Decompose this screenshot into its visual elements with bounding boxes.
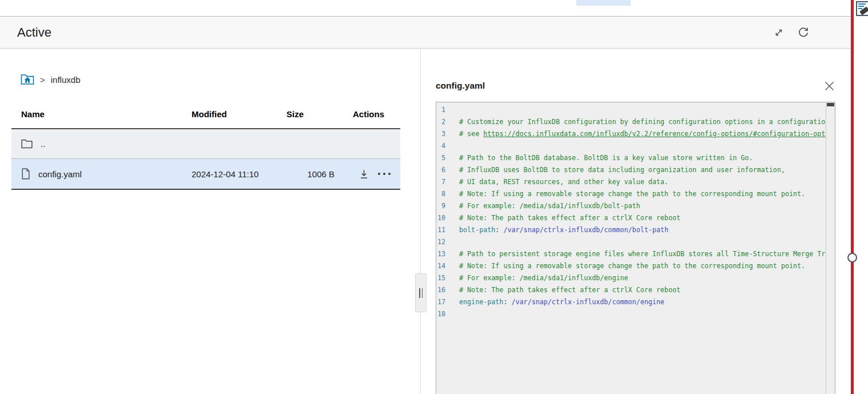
more-actions-button[interactable] (376, 171, 392, 177)
line-number: 1 (436, 104, 445, 116)
file-icon (21, 168, 30, 180)
code-line-10: 10# Note: The path takes effect after a … (436, 212, 826, 224)
code-line-6: 6# InfluxDB uses BoltDB to store data in… (436, 164, 826, 176)
refresh-icon[interactable] (795, 25, 811, 41)
code-segment-value: /var/snap/ctrlx-influxdb/common/bolt-pat… (503, 226, 668, 234)
code-line-4: 4 (436, 140, 826, 152)
line-content: # UI data, REST resources, and other key… (445, 176, 668, 188)
config-docs-link[interactable]: https://docs.influxdata.com/influxdb/v2.… (483, 130, 825, 138)
line-content: # For example: /media/sda1/influxdb/bolt… (445, 200, 640, 212)
code-line-18: 18 (436, 308, 826, 320)
line-number: 14 (436, 260, 445, 272)
line-number: 4 (436, 140, 445, 152)
code-line-14: 14# Note: If using a removable storage c… (436, 260, 826, 272)
code-segment-key: engine-path (459, 298, 503, 306)
code-segment-punct: : (503, 298, 511, 306)
column-header-modified: Modified (192, 109, 286, 119)
expand-icon[interactable] (771, 25, 786, 41)
code-segment-comment: # Note: If using a removable storage cha… (459, 190, 805, 198)
clipped-top-button[interactable] (576, 0, 631, 6)
line-content: # Note: If using a removable storage cha… (445, 188, 805, 200)
code-segment-value: /var/snap/ctrlx-influxdb/common/engine (511, 298, 664, 306)
panel-splitter[interactable] (415, 273, 427, 312)
code-content: 12# Customize your InfluxDB configuratio… (436, 104, 826, 394)
column-header-name: Name (11, 109, 192, 119)
code-line-9: 9# For example: /media/sda1/influxdb/bol… (436, 200, 826, 212)
code-line-3: 3# see https://docs.influxdata.com/influ… (436, 128, 826, 140)
close-icon[interactable] (823, 80, 835, 92)
line-number: 15 (436, 272, 445, 284)
line-number: 12 (436, 236, 445, 248)
line-number: 5 (436, 152, 445, 164)
screenshot-tool-icon[interactable] (856, 1, 868, 16)
breadcrumb: > influxdb (21, 72, 420, 87)
code-segment-comment: # see (459, 130, 483, 138)
column-header-actions: Actions (335, 109, 400, 119)
editor-scrollbar[interactable] (826, 102, 835, 394)
code-line-15: 15# For example: /media/sda1/influxdb/en… (436, 272, 826, 284)
download-button[interactable] (357, 168, 371, 181)
code-segment-comment: # Path to persistent storage engine file… (459, 250, 825, 258)
screen-ruler-handle[interactable] (847, 253, 857, 262)
code-segment-comment: # Note: The path takes effect after a ct… (459, 214, 680, 222)
line-content: # Note: If using a removable storage cha… (445, 260, 805, 272)
line-content (445, 308, 459, 320)
line-content: # Note: The path takes effect after a ct… (445, 284, 680, 296)
code-line-1: 1 (436, 104, 826, 116)
code-segment-comment: # InfluxDB uses BoltDB to store data inc… (459, 166, 785, 174)
line-number: 16 (436, 284, 445, 296)
breadcrumb-item-influxdb[interactable]: influxdb (51, 75, 81, 85)
line-number: 17 (436, 296, 445, 308)
file-manager-screen: Active (0, 0, 868, 394)
code-segment-comment: # For example: /media/sda1/influxdb/bolt… (459, 202, 640, 210)
line-number: 2 (436, 116, 445, 128)
code-line-11: 11bolt-path: /var/snap/ctrlx-influxdb/co… (436, 224, 826, 236)
code-segment-key: bolt-path (459, 226, 495, 234)
line-content: # see https://docs.influxdata.com/influx… (445, 128, 825, 140)
line-number: 13 (436, 248, 445, 260)
file-name-cell: .. (11, 139, 192, 149)
line-number: 8 (436, 188, 445, 200)
line-number: 9 (436, 200, 445, 212)
file-name: config.yaml (38, 169, 82, 179)
line-content: # Note: The path takes effect after a ct… (445, 212, 680, 224)
line-content: # Path to the BoltDB database. BoltDB is… (445, 152, 753, 164)
code-line-16: 16# Note: The path takes effect after a … (436, 284, 826, 296)
content-area: > influxdb NameModifiedSizeActions ..con… (0, 49, 868, 394)
line-number: 6 (436, 164, 445, 176)
code-segment-comment: # UI data, REST resources, and other key… (459, 178, 668, 186)
file-name-cell: config.yaml (11, 168, 192, 180)
line-number: 7 (436, 176, 445, 188)
file-row--[interactable]: .. (11, 129, 400, 159)
breadcrumb-separator: > (40, 75, 45, 85)
file-actions (335, 168, 400, 181)
line-number: 3 (436, 128, 445, 140)
line-content: engine-path: /var/snap/ctrlx-influxdb/co… (445, 296, 664, 308)
line-number: 11 (436, 224, 445, 236)
home-folder-icon[interactable] (21, 74, 34, 85)
line-content: bolt-path: /var/snap/ctrlx-influxdb/comm… (445, 224, 668, 236)
page-title: Active (17, 25, 51, 40)
code-segment-punct: : (495, 226, 503, 234)
code-line-5: 5# Path to the BoltDB database. BoltDB i… (436, 152, 826, 164)
titlebar-icons (771, 25, 811, 41)
screen-ruler-line[interactable] (851, 0, 854, 394)
code-segment-comment: # Customize your InfluxDB configuration … (459, 118, 825, 126)
line-content (445, 140, 459, 152)
file-row-config-yaml[interactable]: config.yaml2024-12-04 11:101006 B (11, 159, 400, 190)
code-editor[interactable]: 12# Customize your InfluxDB configuratio… (436, 102, 835, 394)
file-modified: 2024-12-04 11:10 (192, 169, 286, 179)
line-content (445, 104, 459, 116)
file-table-header: NameModifiedSizeActions (11, 100, 400, 129)
line-content: # Path to persistent storage engine file… (445, 248, 825, 260)
line-content: # For example: /media/sda1/influxdb/engi… (445, 272, 628, 284)
editor-scrollbar-thumb[interactable] (827, 103, 834, 106)
code-line-12: 12 (436, 236, 826, 248)
code-line-13: 13# Path to persistent storage engine fi… (436, 248, 826, 260)
file-browser-panel: > influxdb NameModifiedSizeActions ..con… (0, 49, 421, 394)
preview-title: config.yaml (436, 81, 485, 91)
code-segment-comment: # Note: The path takes effect after a ct… (459, 286, 680, 294)
column-header-size: Size (286, 109, 335, 119)
titlebar: Active (0, 16, 851, 49)
code-segment-comment: # Note: If using a removable storage cha… (459, 262, 805, 270)
